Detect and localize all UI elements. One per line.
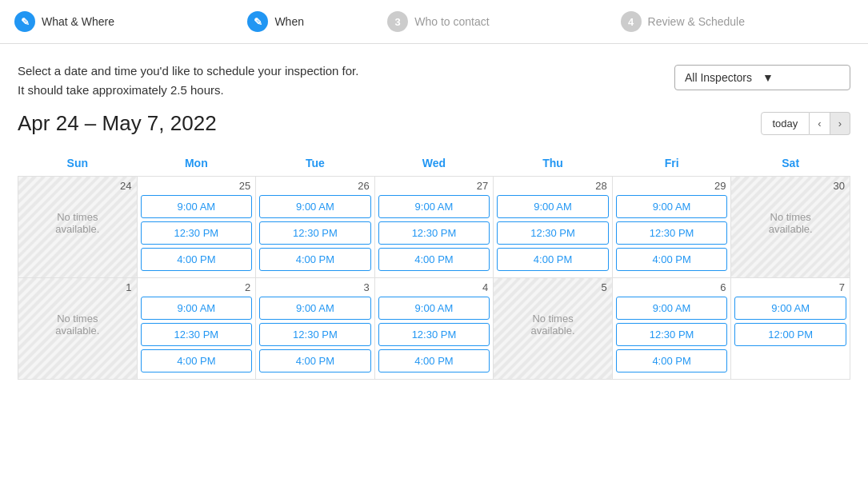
- description: Select a date and time you'd like to sch…: [18, 62, 358, 100]
- day-number-1: 1: [22, 281, 134, 293]
- calendar: Sun Mon Tue Wed Thu Fri Sat 24No times a…: [18, 150, 850, 380]
- col-header-mon: Mon: [137, 150, 256, 177]
- wizard-step-what-where[interactable]: ✎ What & Where: [14, 11, 247, 32]
- col-header-sat: Sat: [731, 150, 850, 177]
- step-icon-when: ✎: [247, 11, 268, 32]
- calendar-cell-w1-d0: 1No times available.: [18, 278, 138, 380]
- wizard-bar: ✎ What & Where ✎ When 3 Who to contact 4…: [0, 0, 868, 44]
- inspector-dropdown-label: All Inspectors: [685, 71, 762, 84]
- col-header-thu: Thu: [494, 150, 613, 177]
- day-number-6: 6: [616, 281, 728, 293]
- time-slot-12-30-PM-w0d3[interactable]: 12:30 PM: [378, 221, 490, 245]
- col-header-wed: Wed: [374, 150, 494, 177]
- time-slot-4-00-PM-w0d3[interactable]: 4:00 PM: [378, 248, 490, 271]
- time-slot-12-30-PM-w1d2[interactable]: 12:30 PM: [259, 323, 371, 346]
- calendar-cell-w0-d2: 269:00 AM12:30 PM4:00 PM: [256, 177, 375, 278]
- day-number-28: 28: [497, 180, 609, 192]
- time-slot-12-30-PM-w0d2[interactable]: 12:30 PM: [259, 221, 371, 245]
- day-number-26: 26: [259, 180, 371, 192]
- no-times-1: No times available.: [22, 297, 134, 353]
- step-icon-review: 4: [621, 11, 642, 32]
- time-slot-4-00-PM-w1d5[interactable]: 4:00 PM: [616, 349, 728, 372]
- calendar-cell-w1-d4: 5No times available.: [494, 278, 613, 380]
- main-content: Select a date and time you'd like to sch…: [0, 44, 868, 388]
- prev-button[interactable]: ‹: [810, 112, 830, 135]
- description-line2: It should take approximately 2.5 hours.: [18, 81, 358, 100]
- time-slot-4-00-PM-w0d5[interactable]: 4:00 PM: [616, 248, 728, 271]
- time-slot-9-00-AM-w0d5[interactable]: 9:00 AM: [616, 195, 728, 218]
- calendar-cell-w0-d3: 279:00 AM12:30 PM4:00 PM: [374, 177, 494, 278]
- calendar-cell-w0-d0: 24No times available.: [18, 177, 138, 278]
- day-number-4: 4: [378, 281, 490, 293]
- wizard-step-who[interactable]: 3 Who to contact: [387, 11, 620, 32]
- no-times-5: No times available.: [497, 297, 609, 353]
- time-slot-9-00-AM-w0d2[interactable]: 9:00 AM: [259, 195, 371, 218]
- step-label-review: Review & Schedule: [648, 15, 745, 28]
- calendar-cell-w0-d6: 30No times available.: [731, 177, 850, 278]
- chevron-down-icon: ▼: [762, 71, 840, 84]
- no-times-30: No times available.: [734, 195, 846, 251]
- calendar-cell-w0-d1: 259:00 AM12:30 PM4:00 PM: [137, 177, 256, 278]
- day-number-27: 27: [378, 180, 490, 192]
- time-slot-12-30-PM-w1d5[interactable]: 12:30 PM: [616, 323, 728, 346]
- time-slot-9-00-AM-w0d3[interactable]: 9:00 AM: [378, 195, 490, 218]
- time-slot-4-00-PM-w1d2[interactable]: 4:00 PM: [259, 349, 371, 372]
- day-number-2: 2: [141, 281, 253, 293]
- calendar-cell-w1-d5: 69:00 AM12:30 PM4:00 PM: [612, 278, 731, 380]
- time-slot-9-00-AM-w1d3[interactable]: 9:00 AM: [378, 297, 490, 320]
- wizard-step-review[interactable]: 4 Review & Schedule: [621, 11, 854, 32]
- step-label-when: When: [274, 15, 304, 28]
- no-times-24: No times available.: [22, 195, 134, 251]
- day-number-29: 29: [616, 180, 728, 192]
- time-slot-4-00-PM-w0d4[interactable]: 4:00 PM: [497, 248, 609, 271]
- day-number-24: 24: [22, 180, 134, 192]
- time-slot-4-00-PM-w1d1[interactable]: 4:00 PM: [141, 349, 253, 372]
- step-icon-what-where: ✎: [14, 11, 35, 32]
- calendar-cell-w1-d1: 29:00 AM12:30 PM4:00 PM: [137, 278, 256, 380]
- calendar-week-1: 1No times available.29:00 AM12:30 PM4:00…: [18, 278, 850, 380]
- time-slot-4-00-PM-w0d2[interactable]: 4:00 PM: [259, 248, 371, 271]
- step-icon-who: 3: [387, 11, 408, 32]
- calendar-cell-w0-d4: 289:00 AM12:30 PM4:00 PM: [494, 177, 613, 278]
- nav-buttons: today ‹ ›: [761, 112, 851, 135]
- step-label-who: Who to contact: [414, 15, 489, 28]
- time-slot-12-30-PM-w1d1[interactable]: 12:30 PM: [141, 323, 253, 346]
- time-slot-9-00-AM-w0d1[interactable]: 9:00 AM: [141, 195, 253, 218]
- calendar-cell-w1-d6: 79:00 AM12:00 PM: [731, 278, 850, 380]
- col-header-sun: Sun: [18, 150, 138, 177]
- today-button[interactable]: today: [761, 112, 810, 135]
- calendar-cell-w1-d2: 39:00 AM12:30 PM4:00 PM: [256, 278, 375, 380]
- time-slot-12-00-PM-w1d6[interactable]: 12:00 PM: [734, 323, 846, 346]
- calendar-week-0: 24No times available.259:00 AM12:30 PM4:…: [18, 177, 850, 278]
- col-header-tue: Tue: [256, 150, 375, 177]
- top-row: Select a date and time you'd like to sch…: [18, 62, 850, 100]
- time-slot-9-00-AM-w0d4[interactable]: 9:00 AM: [497, 195, 609, 218]
- time-slot-12-30-PM-w0d5[interactable]: 12:30 PM: [616, 221, 728, 245]
- col-header-fri: Fri: [612, 150, 731, 177]
- date-range-label: Apr 24 – May 7, 2022: [18, 111, 217, 136]
- time-slot-12-30-PM-w1d3[interactable]: 12:30 PM: [378, 323, 490, 346]
- day-number-7: 7: [734, 281, 846, 293]
- day-number-3: 3: [259, 281, 371, 293]
- step-label-what-where: What & Where: [42, 15, 114, 28]
- time-slot-4-00-PM-w0d1[interactable]: 4:00 PM: [141, 248, 253, 271]
- day-number-25: 25: [141, 180, 253, 192]
- wizard-step-when[interactable]: ✎ When: [247, 11, 387, 32]
- time-slot-9-00-AM-w1d1[interactable]: 9:00 AM: [141, 297, 253, 320]
- time-slot-9-00-AM-w1d6[interactable]: 9:00 AM: [734, 297, 846, 320]
- description-line1: Select a date and time you'd like to sch…: [18, 62, 358, 81]
- calendar-header-row: Sun Mon Tue Wed Thu Fri Sat: [18, 150, 850, 177]
- time-slot-12-30-PM-w0d4[interactable]: 12:30 PM: [497, 221, 609, 245]
- inspector-dropdown[interactable]: All Inspectors ▼: [674, 65, 850, 90]
- calendar-cell-w1-d3: 49:00 AM12:30 PM4:00 PM: [374, 278, 494, 380]
- day-number-5: 5: [497, 281, 609, 293]
- time-slot-9-00-AM-w1d2[interactable]: 9:00 AM: [259, 297, 371, 320]
- day-number-30: 30: [734, 180, 846, 192]
- next-button[interactable]: ›: [830, 112, 850, 135]
- calendar-cell-w0-d5: 299:00 AM12:30 PM4:00 PM: [612, 177, 731, 278]
- time-slot-9-00-AM-w1d5[interactable]: 9:00 AM: [616, 297, 728, 320]
- time-slot-4-00-PM-w1d3[interactable]: 4:00 PM: [378, 349, 490, 372]
- time-slot-12-30-PM-w0d1[interactable]: 12:30 PM: [141, 221, 253, 245]
- date-nav-row: Apr 24 – May 7, 2022 today ‹ ›: [18, 111, 850, 136]
